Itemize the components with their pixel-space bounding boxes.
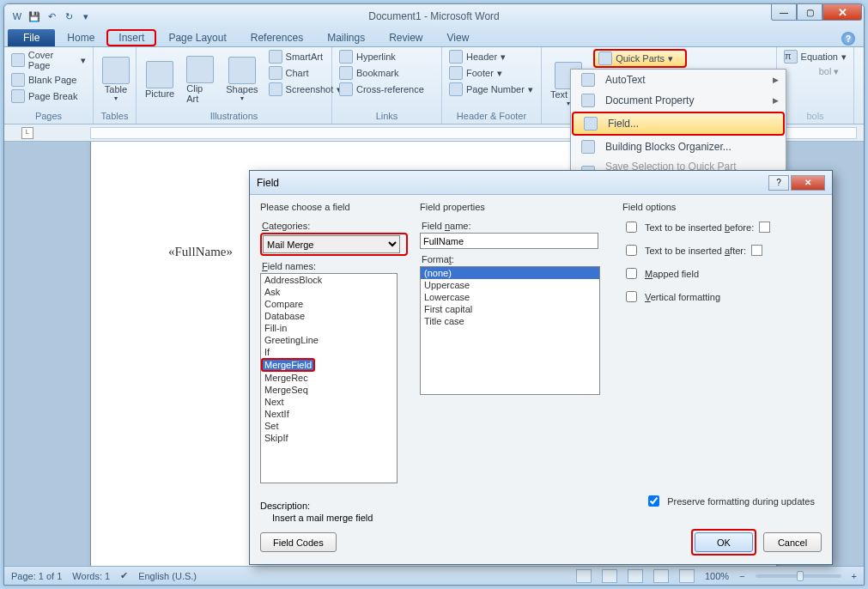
word-icon[interactable]: W: [9, 9, 25, 24]
view-print-layout-icon[interactable]: [576, 569, 592, 583]
shapes-button[interactable]: Shapes▾: [221, 49, 263, 110]
field-name-option[interactable]: MergeSeq: [261, 384, 397, 396]
group-symbols-label: bols: [780, 110, 850, 122]
picture-button[interactable]: Picture: [140, 49, 179, 110]
dialog-close-button[interactable]: ✕: [791, 175, 825, 191]
close-button[interactable]: ✕: [822, 4, 862, 21]
save-icon[interactable]: 💾: [27, 9, 42, 24]
tab-selector[interactable]: L: [21, 127, 33, 139]
hyperlink-button[interactable]: Hyperlink: [336, 49, 438, 64]
blank-page-button[interactable]: Blank Page: [8, 72, 89, 88]
categories-label: Categories:: [262, 221, 408, 231]
field-name-option[interactable]: Ask: [261, 286, 397, 298]
field-name-option[interactable]: Compare: [261, 298, 397, 310]
format-label: Format:: [422, 254, 610, 264]
quick-parts-button[interactable]: Quick Parts ▾: [593, 49, 687, 68]
format-option[interactable]: Title case: [421, 315, 599, 327]
field-name-option[interactable]: AddressBlock: [261, 274, 397, 286]
field-names-listbox[interactable]: AddressBlockAskCompareDatabaseFill-inGre…: [260, 273, 398, 483]
bookmark-button[interactable]: Bookmark: [336, 65, 438, 81]
qp-autotext-item[interactable]: AutoText▶: [571, 70, 786, 90]
format-option[interactable]: Lowercase: [421, 291, 599, 303]
field-dialog: Field ? ✕ Please choose a field Categori…: [249, 170, 833, 565]
page-number-button[interactable]: Page Number ▾: [446, 82, 537, 97]
status-page[interactable]: Page: 1 of 1: [11, 571, 62, 581]
preserve-formatting-checkbox[interactable]: [648, 495, 659, 507]
header-button[interactable]: Header ▾: [446, 49, 537, 64]
text-after-checkbox[interactable]: [626, 245, 637, 256]
field-name-option[interactable]: Next: [261, 396, 397, 408]
field-name-option[interactable]: Set: [261, 420, 397, 432]
qat-customize-icon[interactable]: ▾: [78, 9, 94, 24]
vertical-formatting-checkbox[interactable]: [626, 291, 637, 302]
footer-button[interactable]: Footer ▾: [446, 65, 537, 81]
zoom-thumb[interactable]: [797, 571, 804, 581]
tab-review[interactable]: Review: [377, 29, 434, 46]
status-words[interactable]: Words: 1: [72, 571, 110, 581]
categories-select[interactable]: Mail Merge: [263, 235, 400, 253]
field-name-option[interactable]: MergeField: [261, 358, 315, 372]
shapes-icon: [228, 57, 256, 84]
redo-icon[interactable]: ↻: [61, 9, 76, 24]
format-option[interactable]: Uppercase: [421, 279, 599, 291]
tab-insert[interactable]: Insert: [106, 29, 156, 46]
tab-page-layout[interactable]: Page Layout: [156, 29, 238, 46]
status-language[interactable]: English (U.S.): [138, 571, 197, 581]
view-full-screen-icon[interactable]: [602, 569, 617, 583]
cross-reference-button[interactable]: Cross-reference: [336, 82, 438, 97]
qp-field-item[interactable]: Field...: [572, 112, 785, 136]
field-name-input[interactable]: [420, 233, 598, 249]
cover-page-icon: [11, 53, 25, 67]
format-option[interactable]: (none): [421, 267, 599, 279]
smartart-icon: [269, 50, 282, 64]
mapped-field-checkbox-row: Mapped field: [622, 265, 822, 282]
view-web-layout-icon[interactable]: [628, 569, 643, 583]
view-draft-icon[interactable]: [679, 569, 695, 583]
text-before-input[interactable]: [759, 222, 770, 233]
status-proofing-icon[interactable]: ✔: [120, 570, 128, 581]
equation-button[interactable]: πEquation ▾: [780, 49, 850, 64]
dialog-help-button[interactable]: ?: [768, 175, 789, 191]
field-name-option[interactable]: GreetingLine: [261, 334, 397, 346]
description-text: Insert a mail merge field: [272, 513, 373, 523]
ok-button[interactable]: OK: [695, 532, 753, 552]
text-before-checkbox[interactable]: [626, 222, 637, 233]
field-name-option[interactable]: Fill-in: [261, 322, 397, 334]
field-name-option[interactable]: If: [261, 346, 397, 358]
table-button[interactable]: Table▾: [97, 49, 135, 110]
text-after-input[interactable]: [751, 245, 762, 256]
undo-icon[interactable]: ↶: [44, 9, 59, 24]
page-break-button[interactable]: Page Break: [8, 88, 89, 104]
page-number-icon: [449, 82, 463, 96]
field-name-option[interactable]: SkipIf: [261, 432, 397, 444]
field-name-option[interactable]: NextIf: [261, 408, 397, 420]
help-icon[interactable]: ?: [841, 32, 855, 46]
maximize-button[interactable]: ▢: [797, 4, 822, 21]
minimize-button[interactable]: —: [771, 4, 797, 21]
field-name-option[interactable]: MergeRec: [261, 372, 397, 384]
format-option[interactable]: First capital: [421, 303, 599, 315]
field-codes-button[interactable]: Field Codes: [260, 532, 337, 552]
status-zoom[interactable]: 100%: [705, 571, 729, 581]
field-name-option[interactable]: Database: [261, 310, 397, 322]
qp-document-property-item[interactable]: Document Property▶: [571, 90, 786, 111]
cancel-button[interactable]: Cancel: [763, 532, 822, 552]
quick-parts-icon: [598, 52, 612, 65]
qp-building-blocks-item[interactable]: Building Blocks Organizer...: [571, 137, 786, 157]
tab-home[interactable]: Home: [55, 29, 106, 46]
tab-references[interactable]: References: [239, 29, 315, 46]
text-after-checkbox-row: Text to be inserted after:: [622, 242, 822, 258]
symbol-button[interactable]: Symbolbol ▾: [780, 65, 850, 78]
zoom-out-button[interactable]: −: [739, 571, 744, 581]
view-outline-icon[interactable]: [653, 569, 669, 583]
clip-art-button[interactable]: Clip Art: [181, 49, 219, 110]
zoom-slider[interactable]: [756, 574, 841, 578]
cover-page-button[interactable]: Cover Page ▾: [8, 49, 89, 71]
zoom-in-button[interactable]: +: [852, 571, 857, 581]
format-listbox[interactable]: (none)UppercaseLowercaseFirst capitalTit…: [420, 266, 600, 395]
mapped-field-checkbox[interactable]: [626, 268, 637, 279]
tab-view[interactable]: View: [435, 29, 482, 46]
tab-mailings[interactable]: Mailings: [315, 29, 377, 46]
tab-file[interactable]: File: [8, 29, 55, 46]
dialog-titlebar[interactable]: Field ? ✕: [250, 171, 832, 195]
